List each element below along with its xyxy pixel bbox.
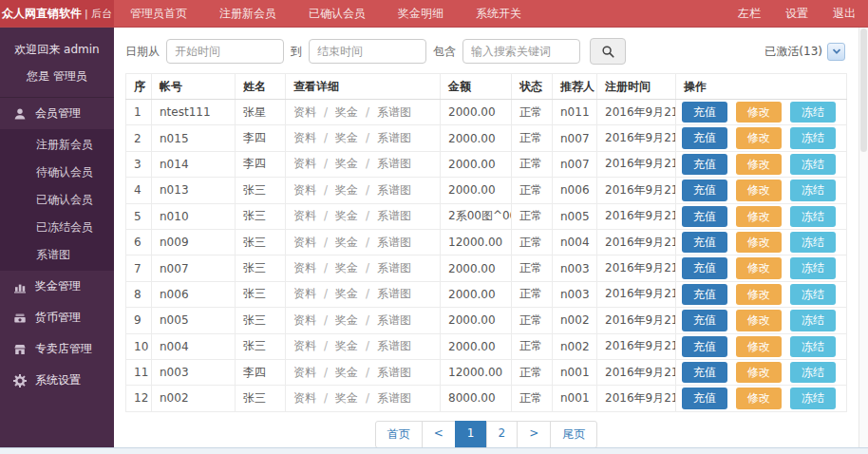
- freeze-button[interactable]: 冻结: [790, 336, 836, 357]
- recharge-button[interactable]: 充值: [682, 284, 727, 305]
- profile-link[interactable]: 资料: [293, 339, 316, 352]
- freeze-button[interactable]: 冻结: [790, 362, 836, 383]
- modify-button[interactable]: 修改: [736, 310, 782, 331]
- top-nav-item[interactable]: 已确认会员: [292, 0, 382, 27]
- scrollbar[interactable]: [859, 28, 868, 447]
- profile-link[interactable]: 资料: [293, 236, 316, 249]
- genealogy-link[interactable]: 系谱图: [377, 183, 411, 197]
- recharge-button[interactable]: 充值: [682, 127, 727, 148]
- genealogy-link[interactable]: 系谱图: [377, 157, 411, 170]
- modify-button[interactable]: 修改: [736, 102, 782, 123]
- page-last[interactable]: 尾页: [550, 421, 597, 448]
- top-nav-right-item[interactable]: 退出: [821, 0, 868, 27]
- recharge-button[interactable]: 充值: [682, 257, 727, 278]
- page-1[interactable]: 1: [455, 421, 487, 448]
- status-filter-select[interactable]: 已激活(13): [764, 43, 847, 61]
- scrollbar-thumb[interactable]: [860, 28, 867, 152]
- modify-button[interactable]: 修改: [736, 336, 782, 357]
- profile-link[interactable]: 资料: [293, 131, 316, 144]
- genealogy-link[interactable]: 系谱图: [377, 287, 411, 300]
- modify-button[interactable]: 修改: [736, 127, 782, 148]
- genealogy-link[interactable]: 系谱图: [377, 391, 411, 405]
- profile-link[interactable]: 资料: [293, 105, 316, 119]
- profile-link[interactable]: 资料: [293, 157, 316, 170]
- sidebar-item-system-settings[interactable]: 系统设置: [0, 365, 114, 396]
- freeze-button[interactable]: 冻结: [790, 102, 836, 123]
- profile-link[interactable]: 资料: [293, 287, 316, 300]
- recharge-button[interactable]: 充值: [682, 362, 727, 383]
- modify-button[interactable]: 修改: [736, 284, 782, 305]
- freeze-button[interactable]: 冻结: [790, 206, 836, 227]
- sidebar-subitem[interactable]: 注册新会员: [0, 131, 114, 159]
- modify-button[interactable]: 修改: [736, 154, 782, 175]
- page-next[interactable]: >: [517, 421, 551, 448]
- bonus-link[interactable]: 奖金: [335, 261, 358, 274]
- date-from-input[interactable]: [166, 39, 284, 64]
- modify-button[interactable]: 修改: [736, 206, 782, 227]
- sidebar-item-member-management[interactable]: 会员管理: [0, 98, 114, 129]
- recharge-button[interactable]: 充值: [682, 102, 727, 123]
- sidebar-subitem[interactable]: 系谱图: [0, 241, 114, 269]
- freeze-button[interactable]: 冻结: [790, 257, 836, 278]
- date-to-input[interactable]: [309, 39, 426, 64]
- genealogy-link[interactable]: 系谱图: [377, 236, 411, 249]
- modify-button[interactable]: 修改: [736, 362, 782, 383]
- freeze-button[interactable]: 冻结: [790, 388, 836, 408]
- genealogy-link[interactable]: 系谱图: [377, 105, 411, 119]
- genealogy-link[interactable]: 系谱图: [377, 366, 411, 379]
- sidebar-item-store-management[interactable]: 专卖店管理: [0, 333, 114, 365]
- recharge-button[interactable]: 充值: [682, 180, 727, 200]
- profile-link[interactable]: 资料: [293, 366, 316, 379]
- genealogy-link[interactable]: 系谱图: [377, 313, 411, 327]
- chevron-down-icon[interactable]: [827, 43, 845, 61]
- modify-button[interactable]: 修改: [736, 180, 782, 200]
- bonus-link[interactable]: 奖金: [335, 366, 358, 379]
- genealogy-link[interactable]: 系谱图: [377, 131, 411, 144]
- top-nav-item[interactable]: 奖金明细: [382, 0, 460, 27]
- profile-link[interactable]: 资料: [293, 313, 316, 327]
- sidebar-subitem[interactable]: 已确认会员: [0, 186, 114, 214]
- modify-button[interactable]: 修改: [736, 388, 782, 408]
- freeze-button[interactable]: 冻结: [790, 127, 836, 148]
- recharge-button[interactable]: 充值: [682, 232, 727, 253]
- freeze-button[interactable]: 冻结: [790, 310, 836, 331]
- genealogy-link[interactable]: 系谱图: [377, 339, 411, 352]
- page-first[interactable]: 首页: [375, 421, 423, 448]
- bonus-link[interactable]: 奖金: [335, 131, 358, 144]
- page-prev[interactable]: <: [422, 421, 456, 448]
- profile-link[interactable]: 资料: [293, 183, 316, 197]
- bonus-link[interactable]: 奖金: [335, 339, 358, 352]
- recharge-button[interactable]: 充值: [682, 336, 727, 357]
- genealogy-link[interactable]: 系谱图: [377, 261, 411, 274]
- bonus-link[interactable]: 奖金: [335, 391, 358, 405]
- recharge-button[interactable]: 充值: [682, 310, 727, 331]
- sidebar-item-bonus-management[interactable]: 奖金管理: [0, 271, 114, 302]
- page-2[interactable]: 2: [486, 421, 519, 448]
- freeze-button[interactable]: 冻结: [790, 284, 836, 305]
- bonus-link[interactable]: 奖金: [335, 236, 358, 249]
- search-button[interactable]: [590, 38, 626, 65]
- sidebar-item-currency-management[interactable]: 货币管理: [0, 302, 114, 333]
- freeze-button[interactable]: 冻结: [790, 232, 836, 253]
- top-nav-right-item[interactable]: 设置: [773, 0, 821, 27]
- genealogy-link[interactable]: 系谱图: [377, 209, 411, 222]
- profile-link[interactable]: 资料: [293, 391, 316, 405]
- top-nav-item[interactable]: 系统开关: [460, 0, 538, 27]
- modify-button[interactable]: 修改: [736, 232, 782, 253]
- sidebar-subitem[interactable]: 待确认会员: [0, 159, 114, 186]
- bonus-link[interactable]: 奖金: [335, 313, 358, 327]
- modify-button[interactable]: 修改: [736, 257, 782, 278]
- recharge-button[interactable]: 充值: [682, 206, 727, 227]
- sidebar-subitem[interactable]: 已冻结会员: [0, 214, 114, 241]
- recharge-button[interactable]: 充值: [682, 154, 727, 175]
- top-nav-item[interactable]: 管理员首页: [114, 0, 203, 27]
- top-nav-right-item[interactable]: 左栏: [726, 0, 773, 27]
- profile-link[interactable]: 资料: [293, 261, 316, 274]
- bonus-link[interactable]: 奖金: [335, 183, 358, 197]
- bonus-link[interactable]: 奖金: [335, 157, 358, 170]
- recharge-button[interactable]: 充值: [682, 388, 727, 408]
- keyword-input[interactable]: [462, 39, 580, 64]
- top-nav-item[interactable]: 注册新会员: [203, 0, 292, 27]
- bonus-link[interactable]: 奖金: [335, 105, 358, 119]
- bonus-link[interactable]: 奖金: [335, 287, 358, 300]
